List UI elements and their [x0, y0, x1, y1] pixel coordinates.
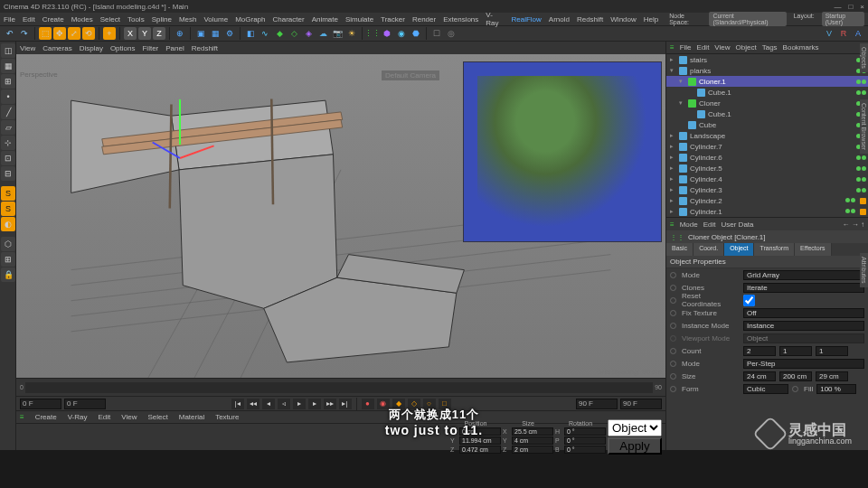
record-icon[interactable]: ● [362, 399, 374, 409]
objects-tab[interactable]: Objects [860, 43, 868, 72]
vpmenu-view[interactable]: View [20, 44, 35, 52]
workplane2-icon[interactable]: ⊟ [1, 166, 15, 181]
vpmenu-cameras[interactable]: Cameras [42, 44, 71, 52]
menu-mograph[interactable]: MoGraph [235, 15, 265, 23]
vpmenu-panel[interactable]: Panel [165, 44, 184, 52]
soft-select2-icon[interactable]: S [1, 202, 15, 216]
menu-help[interactable]: Help [644, 15, 658, 23]
step-mode-select[interactable]: Per-Step [743, 359, 864, 369]
goto-end-icon[interactable]: ▸| [339, 399, 352, 409]
model-mode-icon[interactable]: ◫ [1, 43, 15, 58]
tree-row[interactable]: Cube.1 [666, 87, 868, 98]
fixtexture-select[interactable]: Off [743, 308, 864, 318]
goto-start-icon[interactable]: |◂ [231, 399, 244, 409]
vpmenu-redshift[interactable]: Redshift [192, 44, 218, 52]
menu-v-ray[interactable]: V-Ray [486, 11, 504, 27]
cube-primitive-icon[interactable]: ◧ [244, 27, 257, 40]
rotate-tool-icon[interactable]: ⟲ [82, 27, 95, 40]
menu-volume[interactable]: Volume [203, 15, 228, 23]
play-fwd-icon[interactable]: ▸ [293, 399, 306, 409]
axis-z-icon[interactable]: Z [153, 27, 165, 40]
snap-toggle-icon[interactable]: ⬡ [1, 237, 15, 251]
tree-row[interactable]: ▸Cylinder.6 [666, 152, 868, 163]
objmenu-edit[interactable]: Edit [697, 43, 710, 52]
pos-z-field[interactable] [459, 446, 501, 454]
mat-view[interactable]: View [121, 413, 137, 421]
rot-h-field[interactable] [564, 427, 606, 436]
objmenu-object[interactable]: Object [736, 43, 757, 52]
spline-icon[interactable]: ∿ [259, 27, 271, 40]
attrmenu-edit[interactable]: Edit [703, 221, 716, 229]
mat-material[interactable]: Material [179, 413, 204, 421]
size-y-field[interactable]: 200 cm [779, 371, 812, 381]
count-y-field[interactable]: 1 [779, 346, 812, 356]
tab-transform[interactable]: Transform [754, 243, 795, 256]
size-x-field[interactable]: 24 cm [743, 371, 776, 381]
menu-create[interactable]: Create [42, 15, 64, 23]
size-y-field[interactable] [512, 436, 553, 445]
vpmenu-options[interactable]: Options [110, 44, 136, 52]
viewport-3d[interactable]: Perspective Default Camera [16, 54, 665, 378]
mat-select[interactable]: Select [147, 413, 167, 421]
generator2-icon[interactable]: ◇ [288, 27, 300, 40]
size-z-field[interactable]: 29 cm [816, 371, 848, 381]
menu-character[interactable]: Character [273, 15, 305, 23]
mograph-icon[interactable]: ⋮⋮ [366, 27, 379, 40]
tab-coord[interactable]: Coord. [693, 243, 724, 256]
start-frame-field[interactable] [20, 399, 61, 409]
fill-field[interactable]: 100 % [816, 384, 856, 394]
nodespace-select[interactable]: Current (Standard/Physical) [709, 12, 786, 26]
timeline[interactable]: 0 90 [16, 378, 665, 396]
last-tool-icon[interactable]: + [103, 27, 116, 40]
snap-icon[interactable]: ⊡ [1, 151, 15, 165]
end-frame-field[interactable] [576, 399, 618, 409]
content-browser-tab[interactable]: Content Browser [860, 99, 868, 154]
point-mode-icon[interactable]: • [1, 89, 15, 104]
volume-icon[interactable]: ☐ [430, 27, 443, 40]
tree-row[interactable]: ▾Cloner [666, 98, 868, 108]
menu-tools[interactable]: Tools [127, 15, 145, 23]
menu-simulate[interactable]: Simulate [345, 15, 373, 23]
redo-icon[interactable]: ↷ [18, 27, 31, 40]
tree-row[interactable]: ▸Cylinder.1 [666, 206, 868, 217]
form-select[interactable]: Cubic [743, 384, 788, 394]
axis-x-icon[interactable]: X [124, 27, 137, 40]
tree-row[interactable]: ▾planks [666, 65, 868, 76]
timeline-ruler[interactable] [25, 382, 653, 393]
objmenu-file[interactable]: File [680, 43, 692, 52]
prev-frame-icon[interactable]: ◂ [262, 399, 275, 409]
play-back-icon[interactable]: ◃ [278, 399, 290, 409]
rot-b-field[interactable] [564, 446, 606, 454]
objmenu-tags[interactable]: Tags [762, 43, 778, 52]
objmenu-bookmarks[interactable]: Bookmarks [783, 43, 819, 52]
tree-row[interactable]: ▸Cylinder.4 [666, 174, 868, 184]
locked-icon[interactable]: 🔒 [1, 267, 15, 282]
pos-y-field[interactable] [459, 436, 501, 445]
scale-tool-icon[interactable]: ⤢ [68, 27, 80, 40]
poly-mode-icon[interactable]: ▱ [1, 120, 15, 135]
tab-object[interactable]: Object [724, 243, 754, 256]
mat-edit[interactable]: Edit [98, 413, 110, 421]
redshift-icon[interactable]: R [837, 27, 850, 40]
tree-row[interactable]: ▸Cylinder.3 [666, 184, 868, 195]
field-icon[interactable]: ◉ [395, 27, 408, 40]
soft-select-icon[interactable]: S [1, 186, 15, 201]
menu-file[interactable]: File [4, 15, 15, 23]
layout-select[interactable]: Startup (User) [822, 12, 864, 26]
reset-checkbox[interactable] [743, 295, 755, 306]
vray-icon[interactable]: V [823, 27, 835, 40]
count-x-field[interactable]: 2 [743, 346, 776, 356]
tree-row[interactable]: Cube.1 [666, 108, 868, 119]
menu-extensions[interactable]: Extensions [443, 15, 478, 23]
apply-button[interactable]: Apply [608, 437, 662, 455]
cur-frame-field[interactable] [64, 399, 106, 409]
deformer-icon[interactable]: ◈ [302, 27, 315, 40]
prev-key-icon[interactable]: ◂◂ [247, 399, 259, 409]
tree-row[interactable]: Cube [666, 119, 868, 130]
coord-mode-select[interactable]: Object (Rel) [608, 419, 662, 436]
render-view-icon[interactable]: ▣ [194, 27, 207, 40]
menu-tracker[interactable]: Tracker [381, 15, 405, 23]
menu-edit[interactable]: Edit [23, 15, 35, 23]
mode-select[interactable]: Grid Array [743, 270, 864, 280]
generator-icon[interactable]: ◆ [273, 27, 286, 40]
